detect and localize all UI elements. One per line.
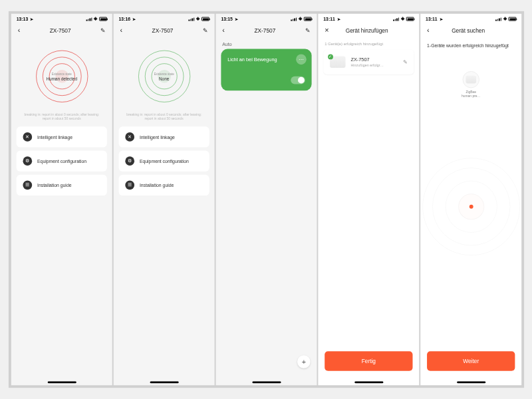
signal-icon (86, 17, 92, 21)
location-icon: ➤ (30, 17, 33, 21)
menu-intelligent-linkage[interactable]: ✕ Intelligent linkage (118, 126, 209, 147)
done-button[interactable]: Fertig (325, 351, 412, 370)
state-label: Existence state (154, 72, 174, 75)
menu-installation-guide[interactable]: ☰ Installation guide (118, 175, 209, 196)
signal-icon (393, 17, 399, 21)
signal-icon (291, 17, 297, 21)
home-indicator[interactable] (150, 381, 178, 383)
state-label: Existence state (46, 72, 77, 75)
menu-label: Intelligent linkage (139, 134, 174, 139)
status-bar: 13:15➤ ◈ (215, 14, 317, 23)
page-title: ZX-7507 (122, 27, 203, 34)
close-button[interactable]: × (325, 27, 329, 34)
menu-label: Intelligent linkage (37, 134, 72, 139)
header: ‹ ZX-7507 ✎ (215, 23, 317, 38)
battery-icon (201, 17, 209, 21)
wifi-icon: ◈ (196, 17, 200, 22)
edit-button[interactable]: ✎ (305, 27, 310, 34)
wifi-icon: ◈ (503, 17, 506, 22)
menu-equipment-config[interactable]: ⚙ Equipment configuration (16, 151, 106, 172)
status-bar: 13:16➤ ◈ (113, 14, 214, 23)
battery-icon (99, 17, 107, 21)
linkage-icon: ✕ (125, 132, 134, 142)
status-icons: ◈ (291, 17, 311, 22)
signal-icon (188, 17, 194, 21)
presence-indicator: Existence state None (113, 38, 214, 106)
device-type: human pre… (462, 94, 480, 98)
gear-icon: ⚙ (23, 156, 32, 166)
status-bar: 13:13➤ ◈ (11, 14, 112, 23)
device-chip (462, 71, 479, 88)
more-button[interactable]: ⋯ (296, 54, 307, 65)
location-icon: ➤ (336, 17, 340, 21)
edit-button[interactable]: ✎ (202, 27, 207, 34)
location-icon: ➤ (439, 17, 442, 21)
battery-icon (303, 17, 311, 21)
screen-automation: 13:15➤ ◈ ‹ ZX-7507 ✎ Auto Licht an bei B… (215, 14, 317, 386)
location-icon: ➤ (132, 17, 136, 21)
presence-indicator: Existence state Human detected (11, 38, 112, 106)
menu-equipment-config[interactable]: ⚙ Equipment configuration (118, 151, 209, 172)
state-value: None (159, 76, 169, 80)
status-time: 13:13 (16, 17, 28, 21)
screen-search-device: 13:11➤ ◈ ‹ Gerät suchen 1-Geräte wurden … (420, 14, 521, 386)
status-icons: ◈ (495, 17, 515, 22)
added-device-row[interactable]: ZX-7507 Hinzufügen erfolgr… ✎ (323, 50, 414, 74)
status-time: 13:11 (323, 17, 335, 21)
location-icon: ➤ (234, 17, 237, 21)
search-headline: 1-Geräte wurden erfolgreich hinzugefügt (420, 38, 521, 53)
back-button[interactable]: ‹ (222, 27, 225, 34)
status-icons: ◈ (86, 17, 106, 22)
radar-rings: Existence state Human detected (32, 47, 90, 106)
menu-intelligent-linkage[interactable]: ✕ Intelligent linkage (16, 126, 106, 147)
menu-label: Installation guide (139, 183, 173, 188)
back-button[interactable]: ‹ (427, 27, 430, 34)
home-indicator[interactable] (456, 381, 485, 383)
wifi-icon: ◈ (400, 17, 404, 22)
status-icons: ◈ (188, 17, 209, 22)
battery-icon (406, 17, 414, 21)
status-time: 13:16 (118, 17, 130, 21)
menu-list: ✕ Intelligent linkage ⚙ Equipment config… (11, 126, 112, 196)
rename-button[interactable]: ✎ (402, 59, 407, 65)
page-title: Gerät hinzufügen (329, 27, 404, 34)
section-auto: Auto (215, 38, 317, 49)
status-bar: 13:11➤ ◈ (420, 14, 521, 23)
signal-icon (495, 17, 501, 21)
header: ‹ Gerät suchen (420, 23, 521, 38)
home-indicator[interactable] (251, 381, 280, 383)
status-icons: ◈ (393, 17, 414, 22)
screen-device-state-none: 13:16➤ ◈ ‹ ZX-7507 ✎ Existence state Non… (113, 14, 214, 386)
back-button[interactable]: ‹ (120, 27, 122, 34)
menu-label: Installation guide (37, 183, 71, 188)
status-time: 13:11 (426, 17, 438, 21)
automation-toggle[interactable] (291, 76, 305, 84)
guide-icon: ☰ (125, 181, 134, 190)
edit-button[interactable]: ✎ (100, 27, 106, 34)
home-indicator[interactable] (354, 381, 382, 383)
success-hint: 1 Gerät(e) erfolgreich hinzugefügt (318, 38, 419, 50)
menu-installation-guide[interactable]: ☰ Installation guide (16, 175, 106, 196)
device-name: ZX-7507 (350, 57, 398, 63)
header: ‹ ZX-7507 ✎ (113, 23, 214, 38)
page-title: Gerät suchen (429, 27, 507, 34)
automation-card[interactable]: Licht an bei Bewegung ⋯ (221, 49, 311, 91)
automation-name: Licht an bei Bewegung (227, 57, 305, 63)
back-button[interactable]: ‹ (17, 27, 20, 34)
device-thumbnail (466, 76, 476, 84)
header: ‹ ZX-7507 ✎ (11, 23, 112, 38)
found-device[interactable]: ZigBee human pre… (462, 71, 480, 98)
screen-add-device: 13:11➤ ◈ × Gerät hinzufügen 1 Gerät(e) e… (318, 14, 419, 386)
wifi-icon: ◈ (94, 17, 97, 22)
menu-label: Equipment configuration (139, 159, 188, 164)
next-button[interactable]: Weiter (427, 351, 515, 370)
header: × Gerät hinzufügen (318, 23, 419, 38)
status-time: 13:15 (221, 17, 233, 21)
gear-icon: ⚙ (125, 156, 134, 166)
page-title: ZX-7507 (224, 27, 305, 34)
battery-icon (508, 17, 516, 21)
add-automation-button[interactable]: + (297, 355, 311, 368)
home-indicator[interactable] (47, 381, 76, 383)
radar-center-icon (469, 205, 473, 209)
status-bar: 13:11➤ ◈ (318, 14, 419, 23)
